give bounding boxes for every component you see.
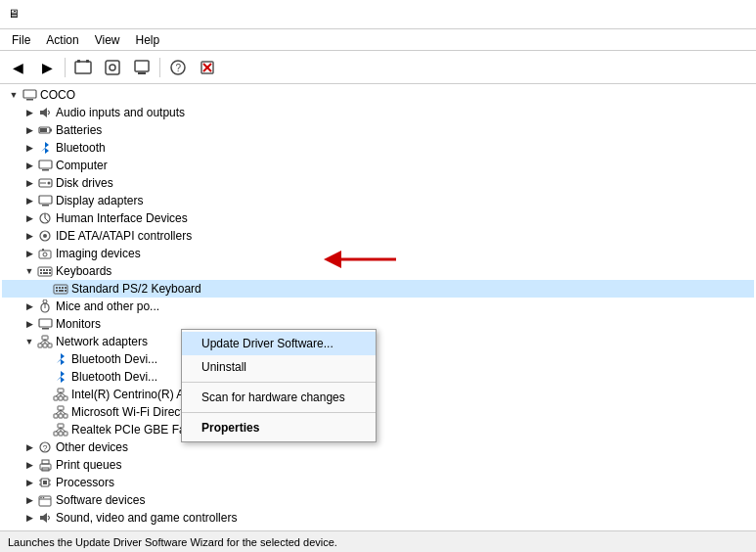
expand-arrow[interactable]: [22, 105, 37, 120]
context-menu-item-properties[interactable]: Properties: [182, 416, 376, 439]
tree-item-diskdrives[interactable]: Disk drives: [2, 174, 754, 192]
expand-arrow[interactable]: [6, 87, 22, 103]
expand-arrow[interactable]: [22, 140, 37, 156]
expand-arrow[interactable]: [22, 334, 37, 349]
tree-item-print[interactable]: Print queues: [2, 456, 754, 474]
tree-item-monitors[interactable]: Monitors: [2, 315, 754, 333]
expand-arrow[interactable]: [22, 316, 37, 332]
window-controls: [656, 5, 748, 24]
item-icon: [37, 316, 53, 332]
tree-item-audio[interactable]: Audio inputs and outputs: [2, 104, 754, 121]
item-label: Batteries: [56, 123, 102, 137]
tree-item-keyboards[interactable]: Keyboards: [2, 262, 754, 280]
toolbar-separator-2: [159, 58, 160, 77]
tree-item-imaging[interactable]: Imaging devices: [2, 245, 754, 262]
expand-arrow[interactable]: [22, 475, 37, 490]
svg-rect-39: [40, 272, 42, 274]
tree-item-bluetooth[interactable]: Bluetooth: [2, 139, 754, 157]
expand-arrow[interactable]: [22, 263, 37, 279]
tree-item-btdev2[interactable]: Bluetooth Devi...: [2, 368, 754, 386]
expand-arrow[interactable]: [22, 492, 37, 508]
close-button[interactable]: [719, 5, 748, 24]
tree-item-processors[interactable]: Processors: [2, 474, 754, 491]
item-icon: [37, 193, 53, 208]
svg-rect-80: [59, 432, 63, 436]
tree-item-coco[interactable]: COCO: [2, 86, 754, 104]
expand-arrow[interactable]: [22, 439, 37, 455]
toolbar-scan-button[interactable]: [99, 55, 126, 80]
expand-arrow[interactable]: [22, 193, 37, 208]
tree-item-realtek[interactable]: Realtek PCIe GBE Family Controller: [2, 421, 754, 438]
tree-item-ide[interactable]: IDE ATA/ATAPI controllers: [2, 227, 754, 245]
toolbar-update-button[interactable]: [128, 55, 156, 80]
item-label: Print queues: [56, 458, 121, 472]
item-label: Bluetooth Devi...: [71, 370, 157, 384]
expand-arrow[interactable]: [22, 528, 37, 530]
svg-rect-54: [42, 328, 49, 330]
svg-marker-62: [57, 353, 65, 365]
svg-marker-63: [57, 371, 65, 383]
svg-rect-1: [77, 60, 80, 63]
expand-arrow[interactable]: [22, 246, 37, 261]
toolbar-uninstall-button[interactable]: [194, 55, 221, 80]
tree-item-computer[interactable]: Computer: [2, 157, 754, 174]
menu-item-view[interactable]: View: [87, 31, 128, 49]
context-menu-item-scan[interactable]: Scan for hardware changes: [182, 386, 376, 409]
item-icon: [37, 299, 53, 314]
item-label: Bluetooth Devi...: [71, 352, 157, 366]
menu-item-action[interactable]: Action: [38, 31, 86, 49]
tree-item-msvirtual[interactable]: Microsoft Wi-Fi Direct Virtual Adapter: [2, 403, 754, 421]
device-tree[interactable]: COCOAudio inputs and outputsBatteriesBlu…: [0, 84, 756, 530]
tree-item-display[interactable]: Display adapters: [2, 192, 754, 209]
svg-point-32: [43, 253, 47, 256]
item-label: IDE ATA/ATAPI controllers: [56, 229, 192, 243]
tree-item-stdps2[interactable]: Standard PS/2 Keyboard: [2, 280, 754, 298]
title-bar-left: 🖥: [8, 7, 29, 23]
tree-item-intel[interactable]: Intel(R) Centrino(R) Advanced-N 6235: [2, 386, 754, 403]
svg-rect-45: [62, 287, 64, 289]
item-icon: [37, 475, 53, 490]
expand-arrow[interactable]: [22, 299, 37, 314]
svg-rect-55: [42, 336, 48, 340]
maximize-button[interactable]: [688, 5, 717, 24]
svg-rect-53: [39, 319, 52, 327]
svg-rect-44: [59, 287, 61, 289]
tree-item-software[interactable]: Software devices: [2, 491, 754, 509]
tree-item-storage[interactable]: Storage controllers: [2, 527, 754, 530]
svg-rect-48: [59, 290, 64, 292]
tree-item-other[interactable]: ?Other devices: [2, 438, 754, 456]
expand-arrow[interactable]: [22, 228, 37, 244]
toolbar-properties-button[interactable]: [69, 55, 97, 80]
tree-item-sound[interactable]: Sound, video and game controllers: [2, 509, 754, 527]
item-label: Storage controllers: [56, 529, 155, 530]
expand-arrow[interactable]: [22, 122, 37, 138]
context-menu-item-update[interactable]: Update Driver Software...: [182, 332, 376, 355]
svg-rect-24: [39, 196, 52, 204]
menu-item-file[interactable]: File: [4, 31, 38, 49]
toolbar-back-button[interactable]: ◀: [4, 55, 31, 80]
svg-point-99: [43, 496, 45, 498]
svg-rect-73: [59, 414, 63, 418]
expand-arrow[interactable]: [22, 210, 37, 226]
expand-arrow[interactable]: [22, 510, 37, 526]
expand-arrow[interactable]: [22, 457, 37, 473]
context-menu-item-uninstall[interactable]: Uninstall: [182, 355, 376, 379]
tree-item-batteries[interactable]: Batteries: [2, 121, 754, 139]
menu-item-help[interactable]: Help: [128, 31, 168, 49]
svg-rect-46: [65, 287, 67, 289]
expand-arrow[interactable]: [22, 175, 37, 191]
toolbar-forward-button[interactable]: ▶: [33, 55, 61, 80]
tree-item-network[interactable]: Network adapters: [2, 333, 754, 350]
svg-line-82: [56, 428, 61, 432]
toolbar-help-button[interactable]: ?: [164, 55, 192, 80]
tree-item-btdev1[interactable]: Bluetooth Devi...: [2, 350, 754, 368]
svg-text:?: ?: [176, 63, 182, 73]
svg-rect-31: [39, 251, 51, 258]
tree-item-hid[interactable]: Human Interface Devices: [2, 209, 754, 227]
minimize-button[interactable]: [656, 5, 686, 24]
svg-rect-35: [40, 269, 42, 271]
svg-rect-58: [48, 344, 52, 347]
item-icon: [37, 334, 53, 349]
tree-item-mice[interactable]: Mice and other po...: [2, 298, 754, 315]
expand-arrow[interactable]: [22, 158, 37, 173]
